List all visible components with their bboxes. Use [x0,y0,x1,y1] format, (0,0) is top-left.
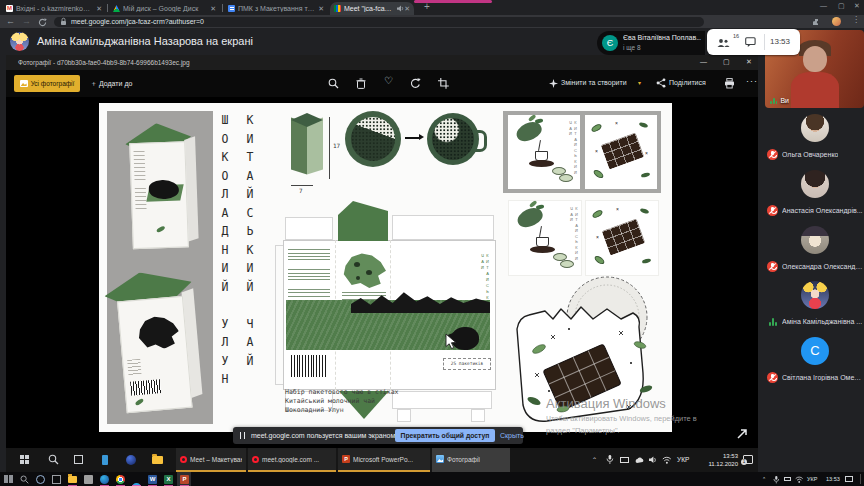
tray-clock[interactable]: 13:53 [826,476,840,482]
start-button-icon[interactable] [20,455,29,464]
tray-expand-icon[interactable]: ⌃ [592,456,597,463]
stop-sharing-button[interactable]: Прекратить общий доступ [395,429,495,442]
task-view-icon[interactable] [74,455,83,464]
forward-icon[interactable]: → [22,16,31,27]
photos-close-icon[interactable]: ✕ [746,58,752,66]
pour-stream [538,140,541,151]
expand-icon[interactable] [735,427,749,441]
close-tab-icon[interactable]: ✕ [210,2,216,15]
window-minimize-button[interactable]: — [820,2,827,9]
map-dot [354,262,360,267]
network-tray-icon[interactable] [662,456,672,464]
sparkle-mark: × [615,121,618,126]
word-icon[interactable]: W [148,475,157,484]
participant-avatar[interactable]: С [801,337,829,365]
hide-share-bar-button[interactable]: Скрыть [500,432,524,439]
tab-drive[interactable]: Мій диск – Google Диск ✕ [109,2,220,15]
tray-clock[interactable]: 13:53 11.12.2020 [696,452,738,468]
edit-create-icon[interactable] [549,79,558,88]
tray-expand-icon[interactable]: ⌃ [762,476,766,482]
search-icon[interactable] [20,475,29,484]
favorite-icon[interactable]: ♡ [384,75,393,86]
close-tab-icon[interactable]: ✕ [318,2,324,15]
window-close-button[interactable]: ✕ [854,2,860,10]
action-center-icon[interactable] [845,476,853,482]
arrow-icon [419,134,424,140]
self-video-person [803,46,827,72]
watermark-line: раздел "Параметры". [546,426,697,435]
tab-gmail[interactable]: M Вхідні - o.kazmirenko@kubgu... ✕ [2,2,106,15]
onedrive-tray-icon[interactable] [635,457,645,464]
participant-row[interactable]: Аміна Камільджанівна ... [767,315,863,327]
crop-icon[interactable] [438,78,449,89]
participant-avatar[interactable] [801,114,829,142]
file-explorer-icon[interactable] [152,456,163,464]
tea-cup-top-view [345,111,401,167]
print-icon[interactable] [724,78,735,89]
participant-row[interactable]: Анастасія Олександрів... [767,204,863,216]
file-explorer-icon[interactable] [68,476,77,483]
action-center-icon[interactable]: 1 [743,455,753,464]
search-icon[interactable] [48,454,59,465]
powerpoint-icon: P [342,455,350,463]
start-button-icon[interactable] [4,475,13,484]
excel-icon[interactable]: X [164,475,173,484]
taskbar-window-meet-url[interactable]: meet.google.com ... [248,448,336,472]
language-indicator[interactable]: УКР [807,476,817,482]
participant-row[interactable]: Світлана Ігорівна Омел... [767,371,863,383]
participants-pill[interactable]: Є Єва Віталіївна Поплав... і ще 8 [597,31,705,55]
tab-pmk[interactable]: ПМК з Макетування та роботи... ✕ [224,2,328,15]
battery-tray-icon[interactable] [784,477,791,481]
participant-row[interactable]: Олександра Олександр... [767,260,863,272]
instruction-panel-teapot: КИТАЙСЬКИЙ ЧАЙ [508,200,582,276]
people-icon[interactable] [717,38,730,48]
participant-avatar[interactable] [801,170,829,198]
tab-meet-active[interactable]: Meet "jca-fcaz-crm" ✕ [330,2,414,15]
mic-tray-icon[interactable] [773,476,780,484]
reload-icon[interactable] [38,18,47,27]
window-maximize-button[interactable]: ▢ [838,2,845,10]
add-to-button[interactable]: ＋ Додати до [90,79,132,89]
more-options-icon[interactable]: ··· [746,76,758,86]
close-tab-icon[interactable]: ✕ [96,2,102,15]
profile-avatar[interactable] [832,17,841,26]
participant-avatar[interactable] [801,226,829,254]
show-desktop-button[interactable] [860,474,861,484]
display-tray-icon[interactable] [620,457,629,463]
address-bar[interactable]: meet.google.com/jca-fcaz-crm?authuser=0 [54,17,704,27]
extensions-icon[interactable] [812,18,821,27]
dimension-line [329,117,330,179]
browser-icon[interactable] [126,455,136,465]
close-tab-icon[interactable]: ✕ [404,2,410,15]
chat-icon[interactable] [745,37,756,48]
delete-icon[interactable] [356,78,366,89]
taskbar-window-photos[interactable]: Фотографії [432,448,510,472]
all-photos-button[interactable]: Усі фотографії [14,75,80,92]
share-button[interactable]: Поділитися [669,79,706,86]
participant-avatar[interactable] [801,281,829,309]
edit-create-button[interactable]: Змінити та створити [561,79,627,86]
taskbar-window-meet[interactable]: Meet – Макетуван... [176,448,246,472]
photos-minimize-icon[interactable]: — [700,58,707,65]
your-phone-icon[interactable] [102,455,108,465]
edge-icon[interactable] [100,475,109,484]
photos-maximize-icon[interactable]: ▢ [723,58,730,66]
chocolate-bar-doodle [601,132,645,169]
new-tab-button[interactable]: + [424,1,430,12]
cortana-icon[interactable] [36,475,45,484]
back-icon[interactable]: ← [6,16,15,27]
participant-row[interactable]: Ольга Овчаренко [767,148,863,160]
share-icon[interactable] [656,78,666,88]
zoom-icon[interactable] [328,78,339,89]
mic-tray-icon[interactable] [606,455,614,465]
network-tray-icon[interactable] [795,476,804,483]
browser-menu-icon[interactable]: ⋮ [852,15,860,24]
volume-tray-icon[interactable] [649,456,658,464]
taskbar-window-powerpoint[interactable]: P Microsoft PowerPo... [338,448,430,472]
task-view-icon[interactable] [52,475,61,484]
app-icon[interactable] [84,475,93,484]
powerpoint-icon[interactable]: P [180,475,189,484]
rotate-icon[interactable] [410,78,421,89]
language-indicator[interactable]: УКР [677,456,689,463]
chrome-icon[interactable] [116,475,125,484]
